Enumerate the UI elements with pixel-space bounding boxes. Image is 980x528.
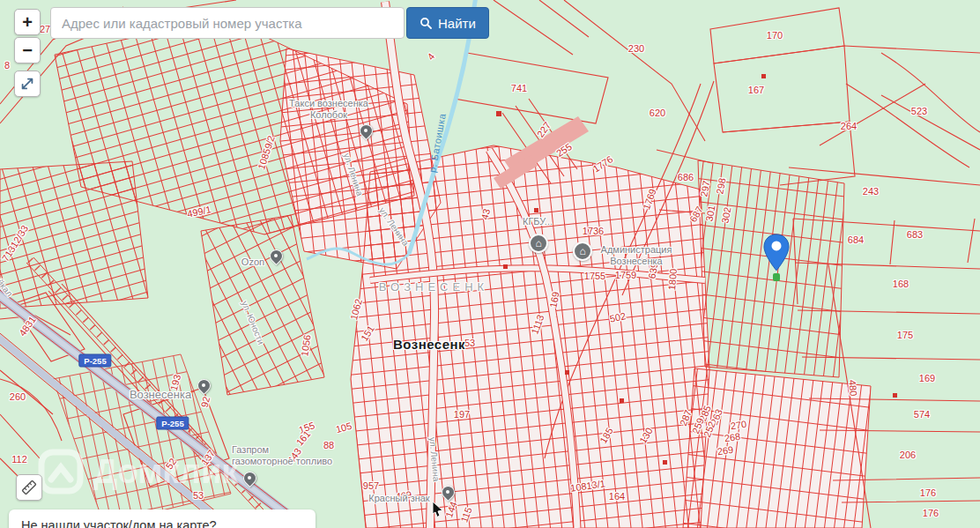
zoom-out-button[interactable]: − [14,37,41,63]
search-bar: Найти [50,7,489,39]
search-button[interactable]: Найти [406,7,489,39]
location-marker[interactable] [763,234,790,276]
map-canvas[interactable] [0,0,980,528]
not-found-bar[interactable]: Не нашли участок/дом на карте? [9,509,316,528]
search-icon [419,17,432,29]
building-marker-icon[interactable] [573,242,592,261]
search-input[interactable] [50,7,405,39]
building-marker-icon[interactable] [529,234,548,253]
poi-pin-icon[interactable] [242,471,256,490]
poi-pin-icon[interactable] [269,249,283,268]
measure-button[interactable] [16,474,42,501]
fullscreen-button[interactable] [14,71,41,97]
zoom-in-button[interactable]: + [14,9,41,35]
search-button-label: Найти [438,16,476,31]
not-found-message: Не нашли участок/дом на карте? [21,518,217,528]
poi-pin-icon[interactable] [359,123,373,143]
location-pin-icon [763,234,790,272]
expand-arrows-icon [19,76,35,92]
cadastral-map-app: Домклик 27842301707411676205232642272551… [0,0,980,528]
poi-pin-icon[interactable] [197,378,211,398]
mouse-cursor-icon [432,501,446,522]
location-pin-base [773,273,780,281]
ruler-icon [20,479,38,496]
